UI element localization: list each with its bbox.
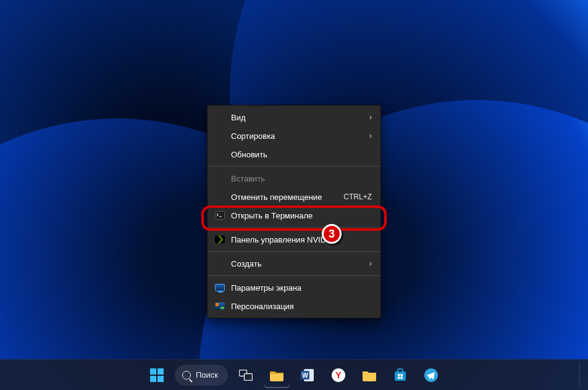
- ms-store-icon: [393, 368, 407, 382]
- chevron-right-icon: ›: [369, 131, 372, 140]
- folder-icon: [362, 369, 377, 381]
- svg-rect-14: [401, 374, 403, 376]
- taskbar: Поиск W Y: [0, 359, 588, 390]
- menu-paste: Вставить: [208, 169, 380, 188]
- blank-icon: [214, 112, 226, 123]
- taskbar-app-explorer[interactable]: [264, 362, 290, 388]
- svg-rect-13: [398, 374, 400, 376]
- file-explorer-icon: [269, 369, 284, 381]
- personalization-icon: [214, 301, 226, 312]
- menu-create[interactable]: Создать ›: [208, 254, 380, 273]
- taskbar-app-folder[interactable]: [356, 362, 382, 388]
- menu-open-terminal[interactable]: Открыть в Терминале: [208, 206, 380, 225]
- blank-icon: [214, 130, 226, 141]
- display-icon: [214, 282, 226, 293]
- menu-label: Параметры экрана: [231, 283, 372, 292]
- menu-display-settings[interactable]: Параметры экрана: [208, 278, 380, 297]
- svg-rect-3: [150, 376, 156, 382]
- menu-label: Панель управления NVIDIA: [231, 235, 372, 244]
- chevron-right-icon: ›: [369, 259, 372, 268]
- nvidia-icon: [214, 234, 226, 245]
- menu-label: Сортировка: [231, 131, 369, 141]
- menu-separator: [208, 227, 380, 228]
- svg-text:Y: Y: [335, 370, 342, 380]
- svg-rect-2: [158, 368, 164, 375]
- menu-nvidia-control-panel[interactable]: Панель управления NVIDIA: [208, 230, 380, 249]
- telegram-icon: [424, 368, 439, 383]
- windows-icon: [150, 368, 164, 382]
- blank-icon: [214, 149, 226, 160]
- start-button[interactable]: [144, 362, 170, 388]
- menu-undo-move[interactable]: Отменить перемещение CTRL+Z: [208, 188, 380, 206]
- menu-label: Вставить: [231, 174, 372, 183]
- tray-separator: [579, 362, 581, 388]
- svg-rect-12: [395, 371, 406, 381]
- task-view-button[interactable]: [233, 362, 259, 388]
- blank-icon: [214, 191, 226, 202]
- blank-icon: [214, 258, 226, 269]
- search-icon: [182, 371, 191, 380]
- blank-icon: [214, 173, 226, 184]
- svg-rect-6: [245, 373, 253, 380]
- word-icon: W: [300, 368, 315, 383]
- svg-rect-16: [401, 376, 403, 379]
- svg-rect-1: [150, 368, 156, 375]
- taskbar-app-yandex[interactable]: Y: [326, 362, 351, 388]
- svg-rect-15: [398, 376, 400, 379]
- menu-view[interactable]: Вид ›: [208, 108, 380, 127]
- menu-label: Создать: [231, 259, 369, 268]
- taskbar-search[interactable]: Поиск: [175, 365, 228, 386]
- menu-separator: [208, 275, 380, 276]
- menu-label: Вид: [231, 113, 369, 122]
- menu-label: Отменить перемещение: [231, 193, 343, 202]
- svg-rect-0: [216, 212, 225, 220]
- menu-separator: [208, 251, 380, 252]
- menu-personalization[interactable]: Персонализация: [208, 297, 380, 315]
- taskbar-app-store[interactable]: [387, 362, 413, 388]
- chevron-right-icon: ›: [369, 113, 372, 122]
- menu-label: Обновить: [231, 150, 372, 159]
- menu-sort[interactable]: Сортировка ›: [208, 127, 380, 145]
- yandex-icon: Y: [331, 368, 346, 383]
- terminal-icon: [214, 210, 226, 221]
- menu-separator: [208, 166, 380, 167]
- menu-label: Открыть в Терминале: [231, 211, 372, 220]
- menu-refresh[interactable]: Обновить: [208, 145, 380, 164]
- task-view-icon: [239, 370, 253, 381]
- svg-rect-4: [158, 376, 164, 382]
- system-tray[interactable]: [579, 360, 581, 390]
- taskbar-search-label: Поиск: [196, 370, 218, 380]
- svg-text:W: W: [302, 372, 308, 379]
- menu-shortcut: CTRL+Z: [343, 193, 372, 201]
- taskbar-app-telegram[interactable]: [418, 362, 444, 388]
- taskbar-app-word[interactable]: W: [295, 362, 321, 388]
- menu-label: Персонализация: [231, 302, 372, 311]
- desktop-context-menu: Вид › Сортировка › Обновить Вставить Отм…: [207, 105, 381, 318]
